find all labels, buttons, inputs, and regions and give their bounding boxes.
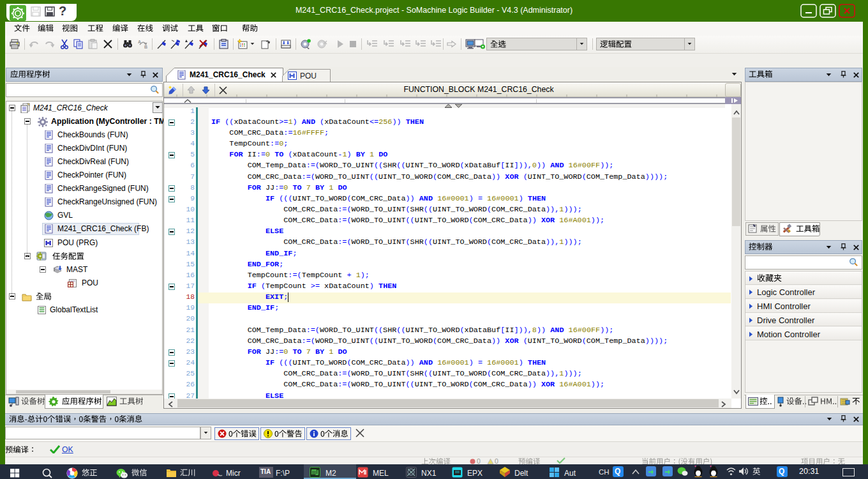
svg-text:B: B bbox=[144, 45, 147, 49]
